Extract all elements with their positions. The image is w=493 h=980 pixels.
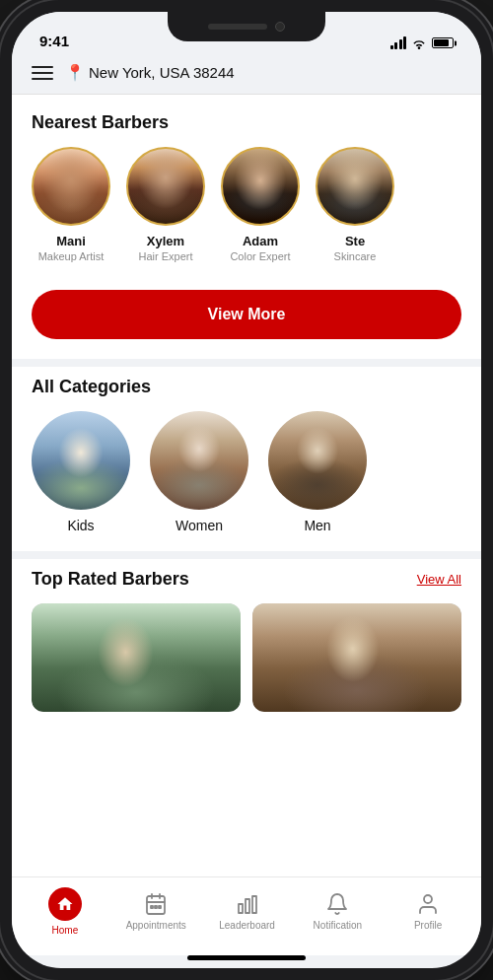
category-men-name: Men	[304, 518, 330, 533]
phone-frame: 9:41	[0, 0, 493, 980]
wifi-icon	[411, 37, 427, 49]
main-content: Nearest Barbers Mani Makeup Artist Xylem…	[12, 95, 481, 876]
camera	[275, 22, 285, 32]
home-indicator	[187, 955, 306, 960]
svg-point-10	[424, 895, 432, 903]
svg-rect-9	[252, 896, 256, 913]
svg-rect-8	[246, 899, 249, 913]
speaker	[208, 24, 267, 30]
menu-button[interactable]	[32, 66, 53, 80]
location-text: New York, USA 38244	[89, 64, 235, 81]
barber-mani[interactable]: Mani Makeup Artist	[32, 147, 110, 262]
location-pin-icon: 📍	[65, 63, 85, 82]
barber-mani-avatar	[32, 147, 110, 226]
view-more-button[interactable]: View More	[32, 290, 461, 339]
svg-rect-6	[159, 906, 161, 908]
category-kids-name: Kids	[67, 518, 94, 533]
nav-appointments[interactable]: Appointments	[126, 892, 186, 931]
leaderboard-icon	[236, 892, 259, 916]
barber-cards-row	[32, 603, 461, 712]
signal-icon	[390, 36, 407, 49]
appointments-icon	[144, 892, 168, 916]
home-icon	[48, 887, 82, 921]
categories-row: Kids Women Men	[32, 411, 461, 533]
top-rated-section: Top Rated Barbers View All	[12, 551, 481, 726]
nav-appointments-label: Appointments	[126, 920, 186, 931]
nav-leaderboard-label: Leaderboard	[219, 920, 275, 931]
barber-ste-role: Skincare	[334, 250, 377, 262]
barber-xylem-avatar	[126, 147, 205, 226]
svg-rect-4	[151, 906, 153, 908]
barbers-row: Mani Makeup Artist Xylem Hair Expert Ada…	[32, 147, 461, 266]
status-icons	[390, 36, 455, 49]
location-wrapper: 📍 New York, USA 38244	[65, 63, 235, 82]
category-kids[interactable]: Kids	[32, 411, 130, 533]
top-rated-title: Top Rated Barbers	[32, 569, 189, 590]
barber-card-1[interactable]	[32, 603, 241, 712]
nearest-barbers-section: Nearest Barbers Mani Makeup Artist Xylem…	[12, 95, 481, 276]
nav-profile[interactable]: Profile	[398, 892, 458, 931]
svg-rect-5	[155, 906, 157, 908]
svg-rect-7	[239, 904, 243, 913]
barber-mani-role: Makeup Artist	[38, 250, 105, 262]
barber-adam-role: Color Expert	[230, 250, 290, 262]
category-men-avatar	[268, 411, 367, 510]
status-time: 9:41	[39, 33, 69, 49]
barber-mani-name: Mani	[56, 234, 86, 248]
category-kids-avatar	[32, 411, 130, 510]
barber-card-2[interactable]	[252, 603, 461, 712]
barber-ste-name: Ste	[345, 234, 365, 248]
nav-notification[interactable]: Notification	[308, 892, 367, 931]
screen: 9:41	[12, 12, 481, 968]
header: 📍 New York, USA 38244	[12, 55, 481, 95]
barber-xylem-role: Hair Expert	[138, 250, 192, 262]
top-rated-header: Top Rated Barbers View All	[32, 569, 461, 590]
barber-ste-avatar	[316, 147, 394, 226]
nav-home[interactable]: Home	[35, 887, 95, 936]
battery-icon	[432, 37, 454, 48]
barber-ste[interactable]: Ste Skincare	[316, 147, 394, 262]
nearest-barbers-title: Nearest Barbers	[32, 112, 461, 133]
category-men[interactable]: Men	[268, 411, 367, 533]
nav-home-label: Home	[52, 925, 79, 936]
nav-notification-label: Notification	[314, 920, 362, 931]
view-all-link[interactable]: View All	[417, 572, 461, 587]
barber-adam-name: Adam	[243, 234, 278, 248]
scroll-spacer	[12, 726, 481, 745]
notification-icon	[325, 892, 349, 916]
barber-xylem[interactable]: Xylem Hair Expert	[126, 147, 205, 262]
bottom-nav: Home Appointments	[12, 876, 481, 955]
category-women-name: Women	[176, 518, 223, 533]
barber-adam-avatar	[221, 147, 300, 226]
profile-icon	[416, 892, 440, 916]
category-women-avatar	[150, 411, 248, 510]
svg-rect-0	[147, 896, 165, 914]
categories-title: All Categories	[32, 377, 461, 397]
categories-section: All Categories Kids Women Men	[12, 359, 481, 551]
nav-profile-label: Profile	[414, 920, 442, 931]
notch	[168, 12, 325, 41]
nav-leaderboard[interactable]: Leaderboard	[218, 892, 277, 931]
barber-xylem-name: Xylem	[147, 234, 184, 248]
category-women[interactable]: Women	[150, 411, 248, 533]
barber-adam[interactable]: Adam Color Expert	[221, 147, 300, 262]
